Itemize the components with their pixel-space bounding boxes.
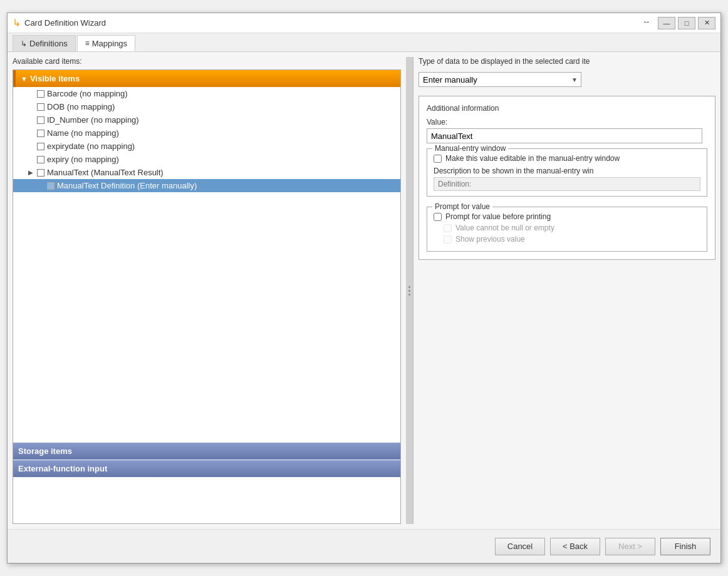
main-window: ↳ Card Definition Wizard ↔ — □ ✕ ↳ Defin… [7,13,721,563]
null-check-label: Value cannot be null or empty [455,224,554,232]
visible-items-header[interactable]: ▼ Visible items [13,70,400,87]
id-number-label: ID_Number (no mapping) [47,115,139,125]
dob-label: DOB (no mapping) [47,102,115,111]
tree-item-id-number[interactable]: ID_Number (no mapping) [13,113,400,126]
show-prev-row[interactable]: Show previous value [434,235,700,244]
resize-dots [408,286,410,296]
value-field-label: Value: [427,118,707,126]
manualtext-expand: ▶ [28,169,34,176]
definitions-tab-label: Definitions [29,39,68,48]
manual-entry-group: Manual-entry window Make this value edit… [427,148,707,197]
storage-items-label: Storage items [18,446,72,456]
value-input[interactable] [427,128,702,143]
left-panel: Available card items: ▼ Visible items Ba… [13,57,401,524]
name-checkbox[interactable] [37,130,44,137]
mappings-tab-icon: ≡ [85,39,90,48]
dob-checkbox[interactable] [37,103,44,111]
expiry-checkbox[interactable] [37,156,44,163]
manualtext-label: ManualText (ManualText Result) [47,168,164,177]
prompt-checkbox-row[interactable]: Prompt for value before printing [434,212,700,221]
tree-container[interactable]: ▼ Visible items Barcode (no mapping) DOB… [13,69,401,524]
tree-item-barcode[interactable]: Barcode (no mapping) [13,87,400,100]
editable-checkbox[interactable] [434,155,442,163]
right-panel: Type of data to be displayed in the sele… [419,57,715,524]
resize-dot-2 [408,290,410,292]
tree-item-expirydate[interactable]: expirydate (no mapping) [13,140,400,153]
manualtext-def-checkbox[interactable] [47,182,55,190]
expiry-label: expiry (no mapping) [47,155,119,164]
minimize-button[interactable]: — [658,17,675,29]
editable-checkbox-label: Make this value editable in the manual-e… [445,154,620,163]
manual-entry-group-title: Manual-entry window [432,144,508,153]
show-prev-label: Show previous value [455,235,525,244]
type-label: Type of data to be displayed in the sele… [419,57,715,66]
additional-info-box: Additional information Value: Manual-ent… [419,96,715,260]
prompt-group: Prompt for value Prompt for value before… [427,207,707,252]
available-label: Available card items: [13,57,401,66]
tree-item-manualtext-def[interactable]: ManualText Definition (Enter manually) [13,179,400,192]
window-title: Card Definition Wizard [24,18,106,28]
null-check-checkbox[interactable] [444,224,452,232]
barcode-label: Barcode (no mapping) [47,89,128,98]
titlebar-left: ↳ Card Definition Wizard [13,17,106,29]
tab-mappings[interactable]: ≡ Mappings [77,35,135,51]
visible-items-label: Visible items [30,74,80,83]
dropdown-row: Enter manually From database From barcod… [419,72,715,87]
footer: Cancel < Back Next > Finish [8,529,720,563]
barcode-checkbox[interactable] [37,90,44,98]
expirydate-label: expirydate (no mapping) [47,141,135,151]
cancel-button[interactable]: Cancel [495,538,545,555]
manualtext-def-label: ManualText Definition (Enter manually) [57,181,197,190]
prompt-group-title: Prompt for value [432,202,492,211]
null-check-row[interactable]: Value cannot be null or empty [434,224,700,232]
tree-item-dob[interactable]: DOB (no mapping) [13,100,400,113]
manualtext-checkbox[interactable] [37,169,44,177]
next-button[interactable]: Next > [605,538,655,555]
desc-label: Description to be shown in the manual-en… [434,167,700,175]
mappings-tab-label: Mappings [92,39,127,48]
definition-input [434,177,700,191]
id-number-checkbox[interactable] [37,116,44,124]
content-area: Available card items: ▼ Visible items Ba… [8,52,720,529]
titlebar-controls: ↔ — □ ✕ [642,17,715,29]
pin-icon[interactable]: ↔ [642,17,650,29]
definitions-tab-icon: ↳ [21,39,27,48]
expirydate-checkbox[interactable] [37,143,44,150]
finish-button[interactable]: Finish [660,538,710,555]
back-button[interactable]: < Back [550,538,600,555]
tab-definitions[interactable]: ↳ Definitions [13,35,76,51]
external-fn-header[interactable]: External-function input [13,460,400,477]
titlebar: ↳ Card Definition Wizard ↔ — □ ✕ [8,13,720,33]
tabs-bar: ↳ Definitions ≡ Mappings [8,33,720,52]
editable-checkbox-row[interactable]: Make this value editable in the manual-e… [434,154,700,163]
visible-items-expand-icon: ▼ [21,75,28,83]
resize-handle[interactable] [406,57,413,524]
external-fn-label: External-function input [18,464,107,473]
prompt-checkbox[interactable] [434,213,442,221]
resize-dot-3 [408,294,410,296]
dropdown-wrapper: Enter manually From database From barcod… [419,72,581,87]
resize-dot-1 [408,286,410,288]
show-prev-checkbox[interactable] [444,235,452,244]
name-label: Name (no mapping) [47,128,119,138]
prompt-checkbox-label: Prompt for value before printing [445,212,551,221]
maximize-button[interactable]: □ [678,17,695,29]
tree-item-name[interactable]: Name (no mapping) [13,126,400,140]
close-button[interactable]: ✕ [698,17,715,29]
tree-item-expiry[interactable]: expiry (no mapping) [13,153,400,166]
additional-info-title: Additional information [427,104,707,113]
window-icon: ↳ [13,17,21,29]
data-type-dropdown[interactable]: Enter manually From database From barcod… [419,72,581,87]
tree-item-manualtext[interactable]: ▶ ManualText (ManualText Result) [13,166,400,179]
storage-items-header[interactable]: Storage items [13,443,400,460]
